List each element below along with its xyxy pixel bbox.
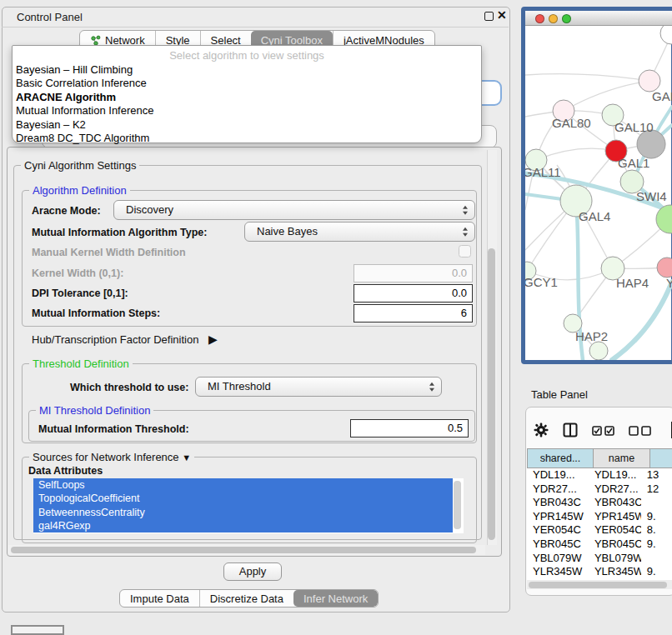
network-node[interactable] [589,342,608,360]
table-row[interactable]: YDR27...YDR27...12 [527,482,672,497]
table-cell: YIL052C [589,579,641,580]
bottom-tabbar: Impute Data Discretize Data Infer Networ… [119,589,379,608]
aracne-mode-combo[interactable]: Discovery [113,200,475,220]
hub-definition-toggle[interactable]: Hub/Transcription Factor Definition ▶ [32,332,218,346]
algorithm-option[interactable]: Bayesian – Hill Climbing [16,63,481,77]
tab-infer-network[interactable]: Infer Network [293,590,378,607]
which-threshold-combo[interactable]: MI Threshold [195,377,442,397]
table-cell: YDR27... [527,482,589,497]
tab-impute-data[interactable]: Impute Data [120,590,199,607]
dpi-tolerance-field[interactable]: 0.0 [354,284,473,302]
mi-steps-label: Mutual Information Steps: [32,308,160,319]
algorithm-option[interactable]: Basic Correlation Inference [16,77,481,90]
table-cell: YBL079W [589,552,641,566]
table-cell: YDL19... [589,468,641,482]
kernel-width-label: Kernel Width (0,1): [32,268,123,279]
horizontal-scrollbar-thumb[interactable] [11,547,476,553]
kernel-width-field: 0.0 [354,264,473,282]
vertical-scrollbar-thumb[interactable] [488,248,495,540]
close-icon[interactable]: ✕ [497,8,507,22]
network-node[interactable] [660,26,672,44]
which-threshold-label: Which threshold to use: [70,382,188,393]
algorithm-option[interactable]: ARACNE Algorithm [16,91,481,104]
table-row[interactable]: YBR043CYBR043C [527,496,672,510]
table-row[interactable]: YDL19...YDL19...13 [527,468,672,482]
attribute-item-selected[interactable]: BetweennessCentrality [33,506,453,519]
mi-type-label: Mutual Information Algorithm Type: [32,227,207,238]
apply-button[interactable]: Apply [223,562,282,581]
sources-group-title[interactable]: Sources for Network Inference ▼ [29,451,194,463]
collapsed-panel-handle[interactable] [11,625,64,635]
mi-type-combo[interactable]: Naive Bayes [244,222,475,242]
attribute-item-selected[interactable]: gal4RGexp [33,519,453,532]
attribute-item-selected[interactable]: TopologicalCoefficient [33,492,453,505]
network-node-label: GAL11 [525,165,561,179]
network-node-label: GAL80 [552,116,591,130]
table-cell: YDR27... [589,482,641,497]
table-column-header[interactable] [650,448,672,468]
table-cell: 9. [641,538,672,552]
network-node-label: HAP4 [616,276,649,290]
table-cell: YER054C [589,523,641,538]
data-attributes-list[interactable]: SelfLoopsTopologicalCoefficientBetweenne… [33,478,464,533]
table-cell: YBR045C [527,538,589,552]
network-graph-icon [90,35,101,46]
table-row[interactable]: YPR145WYPR145W9. [527,510,672,524]
network-edge[interactable] [525,74,649,81]
table-cell: 13 [641,468,672,482]
network-edge[interactable] [536,148,616,160]
table-row[interactable]: YBL079WYBL079W [527,552,672,566]
network-node-label: HAP2 [575,329,608,343]
table-cell: 12 [641,482,672,497]
table-cell: YBR043C [527,496,589,510]
network-node-y[interactable] [657,258,672,278]
gear-icon[interactable] [534,422,549,441]
mi-steps-field[interactable]: 6 [354,304,473,322]
network-window-titlebar[interactable] [525,11,672,26]
collapse-down-icon: ▼ [182,452,191,462]
aracne-mode-label: Aracne Mode: [32,205,101,217]
table-scrollbar-thumb[interactable] [529,582,667,588]
table-header-row: shared...name [527,448,672,468]
combo-arrows-icon [463,228,468,237]
mi-threshold-label: Mutual Information Threshold: [38,423,189,435]
table-cell: YER054C [527,523,589,538]
close-traffic-light-icon[interactable] [535,14,544,23]
mi-threshold-field[interactable]: 0.5 [350,419,469,438]
network-node-label: Y [666,276,672,290]
network-node-label: GCY1 [525,275,558,289]
table-row[interactable]: YER054CYER054C8. [527,523,672,538]
table-row[interactable]: YLR345WYLR345W9. [527,565,672,579]
control-panel-title: Control Panel [17,11,83,23]
float-window-icon[interactable] [484,12,494,21]
mi-threshold-group-title: MI Threshold Definition [36,404,153,417]
table-column-header[interactable]: name [594,448,650,468]
algorithm-option[interactable]: Bayesian – K2 [16,118,481,132]
network-node[interactable] [637,130,665,158]
algorithm-option[interactable]: Dream8 DC_TDC Algorithm [16,132,481,145]
network-node-label: GAL4 [579,209,610,223]
network-node-label: GAL10 [614,120,654,134]
manual-kernel-checkbox[interactable] [459,245,471,258]
unchecked-boxes-icon[interactable] [629,424,651,439]
zoom-traffic-light-icon[interactable] [562,14,571,23]
combo-arrows-icon [429,382,434,392]
split-columns-icon[interactable] [563,422,578,441]
table-row[interactable]: YIL052CYIL052C9. [527,579,672,580]
attribute-item-selected[interactable]: SelfLoops [33,478,453,492]
network-canvas[interactable]: GALGAL80GAL10GAL1GAL11SWI4GAL4GCY1HAP4YH… [525,26,672,360]
table-panel-title: Table Panel [531,388,588,401]
app-background: Control Panel ✕ Network Style Select Cyn… [0,0,672,635]
algorithm-option[interactable]: Mutual Information Inference [16,104,481,118]
minimize-traffic-light-icon[interactable] [549,14,558,23]
table-horizontal-scrollbar[interactable] [527,580,672,589]
table-row[interactable]: YBR045CYBR045C9. [527,538,672,552]
table-cell: YBR045C [589,538,641,552]
attributes-scrollbar-thumb[interactable] [454,481,461,529]
network-node[interactable] [656,205,672,233]
table-column-header[interactable]: shared... [527,448,594,468]
network-edge-highlighted[interactable] [612,282,672,360]
network-node-label: SWI4 [636,189,667,203]
tab-discretize-data[interactable]: Discretize Data [199,590,293,607]
checked-boxes-icon[interactable] [592,424,614,439]
